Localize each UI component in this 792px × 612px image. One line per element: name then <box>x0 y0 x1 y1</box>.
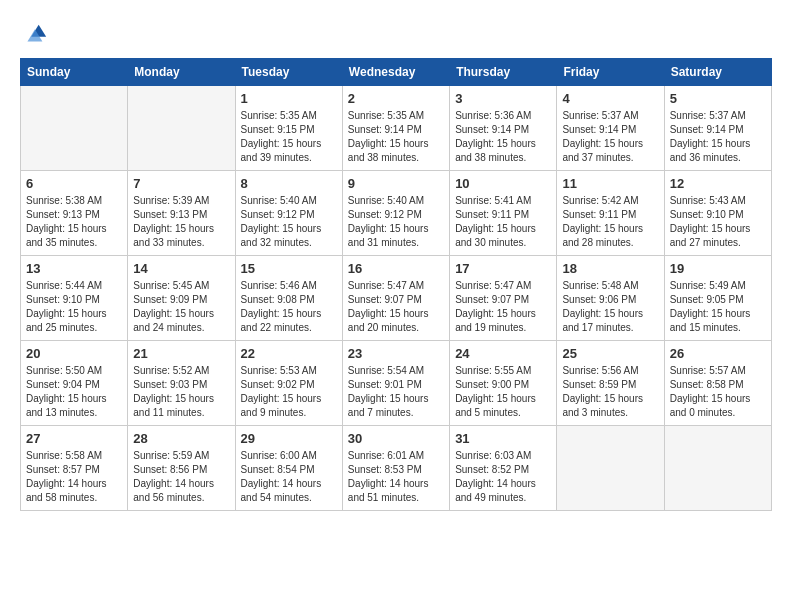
calendar-cell: 10Sunrise: 5:41 AM Sunset: 9:11 PM Dayli… <box>450 171 557 256</box>
day-info: Sunrise: 5:50 AM Sunset: 9:04 PM Dayligh… <box>26 364 122 420</box>
calendar-cell: 19Sunrise: 5:49 AM Sunset: 9:05 PM Dayli… <box>664 256 771 341</box>
day-info: Sunrise: 5:41 AM Sunset: 9:11 PM Dayligh… <box>455 194 551 250</box>
week-row-3: 13Sunrise: 5:44 AM Sunset: 9:10 PM Dayli… <box>21 256 772 341</box>
day-number: 30 <box>348 431 444 446</box>
day-info: Sunrise: 5:35 AM Sunset: 9:14 PM Dayligh… <box>348 109 444 165</box>
weekday-header-tuesday: Tuesday <box>235 59 342 86</box>
calendar-cell <box>21 86 128 171</box>
calendar-cell <box>664 426 771 511</box>
calendar-cell: 15Sunrise: 5:46 AM Sunset: 9:08 PM Dayli… <box>235 256 342 341</box>
day-info: Sunrise: 5:48 AM Sunset: 9:06 PM Dayligh… <box>562 279 658 335</box>
day-info: Sunrise: 6:00 AM Sunset: 8:54 PM Dayligh… <box>241 449 337 505</box>
day-number: 15 <box>241 261 337 276</box>
day-info: Sunrise: 6:01 AM Sunset: 8:53 PM Dayligh… <box>348 449 444 505</box>
week-row-4: 20Sunrise: 5:50 AM Sunset: 9:04 PM Dayli… <box>21 341 772 426</box>
day-info: Sunrise: 5:37 AM Sunset: 9:14 PM Dayligh… <box>562 109 658 165</box>
calendar-table: SundayMondayTuesdayWednesdayThursdayFrid… <box>20 58 772 511</box>
day-number: 24 <box>455 346 551 361</box>
logo-icon <box>20 20 48 48</box>
calendar-cell: 21Sunrise: 5:52 AM Sunset: 9:03 PM Dayli… <box>128 341 235 426</box>
day-info: Sunrise: 5:52 AM Sunset: 9:03 PM Dayligh… <box>133 364 229 420</box>
calendar-cell: 22Sunrise: 5:53 AM Sunset: 9:02 PM Dayli… <box>235 341 342 426</box>
calendar-cell: 31Sunrise: 6:03 AM Sunset: 8:52 PM Dayli… <box>450 426 557 511</box>
day-number: 2 <box>348 91 444 106</box>
day-info: Sunrise: 5:49 AM Sunset: 9:05 PM Dayligh… <box>670 279 766 335</box>
calendar-cell: 8Sunrise: 5:40 AM Sunset: 9:12 PM Daylig… <box>235 171 342 256</box>
day-info: Sunrise: 5:47 AM Sunset: 9:07 PM Dayligh… <box>348 279 444 335</box>
weekday-header-wednesday: Wednesday <box>342 59 449 86</box>
day-info: Sunrise: 5:47 AM Sunset: 9:07 PM Dayligh… <box>455 279 551 335</box>
week-row-2: 6Sunrise: 5:38 AM Sunset: 9:13 PM Daylig… <box>21 171 772 256</box>
day-number: 6 <box>26 176 122 191</box>
day-number: 29 <box>241 431 337 446</box>
weekday-header-friday: Friday <box>557 59 664 86</box>
calendar-cell: 7Sunrise: 5:39 AM Sunset: 9:13 PM Daylig… <box>128 171 235 256</box>
weekday-header-thursday: Thursday <box>450 59 557 86</box>
calendar-cell: 12Sunrise: 5:43 AM Sunset: 9:10 PM Dayli… <box>664 171 771 256</box>
day-info: Sunrise: 5:35 AM Sunset: 9:15 PM Dayligh… <box>241 109 337 165</box>
weekday-header-monday: Monday <box>128 59 235 86</box>
calendar-cell: 26Sunrise: 5:57 AM Sunset: 8:58 PM Dayli… <box>664 341 771 426</box>
day-number: 17 <box>455 261 551 276</box>
calendar-cell: 2Sunrise: 5:35 AM Sunset: 9:14 PM Daylig… <box>342 86 449 171</box>
week-row-1: 1Sunrise: 5:35 AM Sunset: 9:15 PM Daylig… <box>21 86 772 171</box>
calendar-cell <box>557 426 664 511</box>
calendar-cell: 9Sunrise: 5:40 AM Sunset: 9:12 PM Daylig… <box>342 171 449 256</box>
day-number: 14 <box>133 261 229 276</box>
day-info: Sunrise: 5:56 AM Sunset: 8:59 PM Dayligh… <box>562 364 658 420</box>
calendar-cell: 4Sunrise: 5:37 AM Sunset: 9:14 PM Daylig… <box>557 86 664 171</box>
week-row-5: 27Sunrise: 5:58 AM Sunset: 8:57 PM Dayli… <box>21 426 772 511</box>
day-info: Sunrise: 5:42 AM Sunset: 9:11 PM Dayligh… <box>562 194 658 250</box>
calendar-cell: 13Sunrise: 5:44 AM Sunset: 9:10 PM Dayli… <box>21 256 128 341</box>
day-info: Sunrise: 5:55 AM Sunset: 9:00 PM Dayligh… <box>455 364 551 420</box>
day-info: Sunrise: 5:43 AM Sunset: 9:10 PM Dayligh… <box>670 194 766 250</box>
day-number: 25 <box>562 346 658 361</box>
calendar-cell: 29Sunrise: 6:00 AM Sunset: 8:54 PM Dayli… <box>235 426 342 511</box>
day-info: Sunrise: 5:38 AM Sunset: 9:13 PM Dayligh… <box>26 194 122 250</box>
day-number: 31 <box>455 431 551 446</box>
day-info: Sunrise: 5:45 AM Sunset: 9:09 PM Dayligh… <box>133 279 229 335</box>
day-number: 26 <box>670 346 766 361</box>
day-number: 3 <box>455 91 551 106</box>
page-header <box>20 20 772 48</box>
calendar-cell: 16Sunrise: 5:47 AM Sunset: 9:07 PM Dayli… <box>342 256 449 341</box>
day-info: Sunrise: 5:57 AM Sunset: 8:58 PM Dayligh… <box>670 364 766 420</box>
day-info: Sunrise: 6:03 AM Sunset: 8:52 PM Dayligh… <box>455 449 551 505</box>
day-info: Sunrise: 5:39 AM Sunset: 9:13 PM Dayligh… <box>133 194 229 250</box>
day-info: Sunrise: 5:53 AM Sunset: 9:02 PM Dayligh… <box>241 364 337 420</box>
weekday-header-sunday: Sunday <box>21 59 128 86</box>
day-number: 11 <box>562 176 658 191</box>
day-number: 4 <box>562 91 658 106</box>
calendar-cell: 17Sunrise: 5:47 AM Sunset: 9:07 PM Dayli… <box>450 256 557 341</box>
calendar-cell <box>128 86 235 171</box>
calendar-cell: 1Sunrise: 5:35 AM Sunset: 9:15 PM Daylig… <box>235 86 342 171</box>
day-number: 21 <box>133 346 229 361</box>
day-number: 28 <box>133 431 229 446</box>
day-number: 10 <box>455 176 551 191</box>
day-info: Sunrise: 5:46 AM Sunset: 9:08 PM Dayligh… <box>241 279 337 335</box>
day-number: 16 <box>348 261 444 276</box>
day-number: 18 <box>562 261 658 276</box>
day-number: 19 <box>670 261 766 276</box>
day-info: Sunrise: 5:40 AM Sunset: 9:12 PM Dayligh… <box>241 194 337 250</box>
day-info: Sunrise: 5:37 AM Sunset: 9:14 PM Dayligh… <box>670 109 766 165</box>
day-number: 12 <box>670 176 766 191</box>
calendar-cell: 27Sunrise: 5:58 AM Sunset: 8:57 PM Dayli… <box>21 426 128 511</box>
day-info: Sunrise: 5:44 AM Sunset: 9:10 PM Dayligh… <box>26 279 122 335</box>
calendar-cell: 18Sunrise: 5:48 AM Sunset: 9:06 PM Dayli… <box>557 256 664 341</box>
day-number: 13 <box>26 261 122 276</box>
day-number: 22 <box>241 346 337 361</box>
day-number: 23 <box>348 346 444 361</box>
calendar-cell: 5Sunrise: 5:37 AM Sunset: 9:14 PM Daylig… <box>664 86 771 171</box>
day-number: 20 <box>26 346 122 361</box>
day-number: 1 <box>241 91 337 106</box>
calendar-cell: 24Sunrise: 5:55 AM Sunset: 9:00 PM Dayli… <box>450 341 557 426</box>
weekday-header-saturday: Saturday <box>664 59 771 86</box>
day-info: Sunrise: 5:59 AM Sunset: 8:56 PM Dayligh… <box>133 449 229 505</box>
day-number: 27 <box>26 431 122 446</box>
calendar-cell: 28Sunrise: 5:59 AM Sunset: 8:56 PM Dayli… <box>128 426 235 511</box>
calendar-cell: 6Sunrise: 5:38 AM Sunset: 9:13 PM Daylig… <box>21 171 128 256</box>
calendar-cell: 30Sunrise: 6:01 AM Sunset: 8:53 PM Dayli… <box>342 426 449 511</box>
day-number: 7 <box>133 176 229 191</box>
calendar-cell: 25Sunrise: 5:56 AM Sunset: 8:59 PM Dayli… <box>557 341 664 426</box>
